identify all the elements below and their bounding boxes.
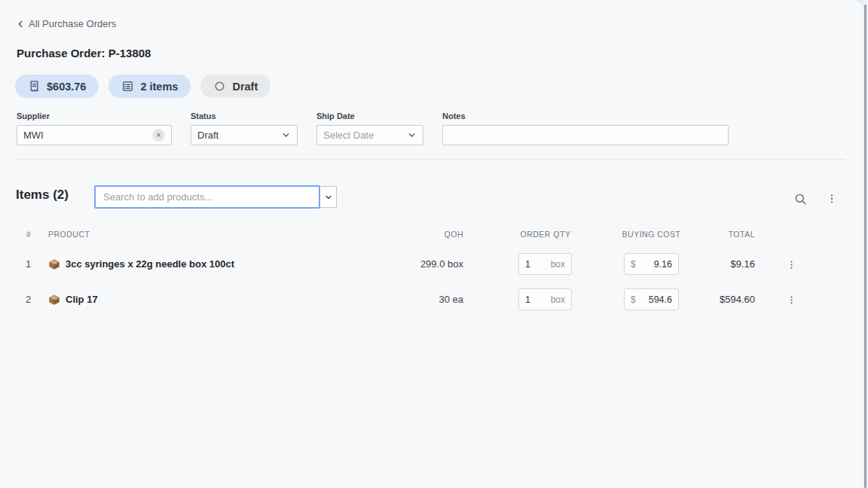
order-qty-value: 1 xyxy=(525,294,530,305)
notes-field: Notes xyxy=(442,111,729,145)
chevron-down-icon xyxy=(407,130,417,140)
col-header-order-qty: ORDER QTY xyxy=(512,230,579,239)
table-row: 1 3cc syringes x 22g needle box 100ct 29… xyxy=(0,247,863,282)
items-table-header: # PRODUCT QOH ORDER QTY BUYING COST TOTA… xyxy=(0,230,863,242)
row-number: 1 xyxy=(26,247,31,282)
chevron-down-icon xyxy=(281,130,291,140)
total-cost-value: $603.76 xyxy=(47,81,86,93)
items-section-heading: Items (2) xyxy=(16,188,69,203)
row-menu-button[interactable] xyxy=(782,252,800,276)
list-icon xyxy=(121,80,134,93)
add-product-search xyxy=(94,185,337,209)
receipt-icon xyxy=(28,80,41,93)
row-menu-button[interactable] xyxy=(782,288,800,312)
order-qty-unit: box xyxy=(551,259,565,270)
product-name-link[interactable]: Clip 17 xyxy=(66,282,98,317)
col-header-qoh: QOH xyxy=(377,230,463,239)
notes-label: Notes xyxy=(442,111,729,120)
buying-cost-value: 9.16 xyxy=(654,259,672,270)
col-header-num: # xyxy=(26,230,31,239)
kebab-icon xyxy=(786,294,797,306)
status-field: Status Draft xyxy=(191,111,298,145)
qoh-value: 30 ea xyxy=(377,282,463,317)
package-icon xyxy=(48,258,60,270)
kebab-icon xyxy=(826,193,838,205)
status-badge-label: Draft xyxy=(232,81,258,93)
currency-symbol: $ xyxy=(631,294,636,305)
summary-badges: $603.76 2 items Draft xyxy=(15,75,270,98)
status-badge: Draft xyxy=(200,75,270,98)
row-total: $9.16 xyxy=(693,247,755,282)
order-qty-unit: box xyxy=(551,294,565,305)
chevron-down-icon xyxy=(324,193,333,202)
purchase-order-page: All Purchase Orders Purchase Order: P-13… xyxy=(0,0,863,488)
item-count-badge: 2 items xyxy=(108,75,191,98)
order-qty-input[interactable]: 1 box xyxy=(518,253,572,275)
item-count-value: 2 items xyxy=(140,81,178,93)
ship-date-field: Ship Date Select Date xyxy=(316,111,423,145)
supplier-label: Supplier xyxy=(17,111,172,120)
items-section-menu-button[interactable] xyxy=(821,188,842,209)
search-icon xyxy=(793,192,808,206)
status-label: Status xyxy=(191,111,298,120)
add-product-dropdown-button[interactable] xyxy=(320,186,337,208)
qoh-value: 299.0 box xyxy=(377,247,463,282)
col-header-total: TOTAL xyxy=(693,230,755,239)
product-cell: Clip 17 xyxy=(48,282,98,317)
status-select[interactable]: Draft xyxy=(191,125,298,145)
section-divider xyxy=(15,159,845,160)
chevron-left-icon xyxy=(15,19,26,29)
circle-outline-icon xyxy=(213,80,226,93)
ship-date-placeholder: Select Date xyxy=(323,130,374,141)
product-cell: 3cc syringes x 22g needle box 100ct xyxy=(48,247,234,282)
currency-symbol: $ xyxy=(631,259,636,270)
row-number: 2 xyxy=(26,282,31,317)
search-items-button[interactable] xyxy=(790,188,811,209)
row-total: $594.60 xyxy=(693,282,755,317)
supplier-value: MWI xyxy=(23,130,44,141)
buying-cost-input[interactable]: $ 9.16 xyxy=(624,253,679,275)
scrollbar[interactable] xyxy=(864,5,866,488)
package-icon xyxy=(48,294,60,306)
status-selected-value: Draft xyxy=(197,130,219,141)
breadcrumb-label: All Purchase Orders xyxy=(29,18,116,29)
kebab-icon xyxy=(786,259,797,270)
order-qty-input[interactable]: 1 box xyxy=(518,288,572,310)
product-name-link[interactable]: 3cc syringes x 22g needle box 100ct xyxy=(66,247,234,282)
notes-input[interactable] xyxy=(442,125,729,145)
breadcrumb-back-link[interactable]: All Purchase Orders xyxy=(15,18,116,29)
table-row: 2 Clip 17 30 ea 1 box $ 594.6 $594.60 xyxy=(0,282,863,317)
supplier-field: Supplier MWI × xyxy=(17,111,172,145)
order-qty-value: 1 xyxy=(525,259,530,270)
add-product-search-input[interactable] xyxy=(94,185,320,209)
supplier-input[interactable]: MWI × xyxy=(17,125,172,145)
col-header-product: PRODUCT xyxy=(48,230,90,239)
ship-date-label: Ship Date xyxy=(316,111,423,120)
supplier-clear-button[interactable]: × xyxy=(152,129,165,142)
total-cost-badge: $603.76 xyxy=(15,75,99,98)
buying-cost-value: 594.6 xyxy=(649,294,672,305)
page-title: Purchase Order: P-13808 xyxy=(17,47,151,59)
buying-cost-input[interactable]: $ 594.6 xyxy=(624,288,679,310)
ship-date-select[interactable]: Select Date xyxy=(316,125,423,145)
col-header-buying-cost: BUYING COST xyxy=(616,230,686,239)
